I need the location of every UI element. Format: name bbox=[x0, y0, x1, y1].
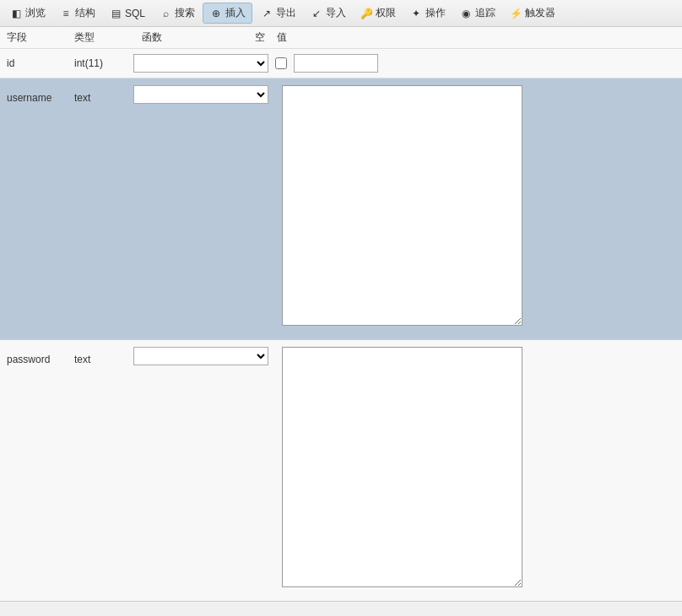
insert-icon: ⊕ bbox=[209, 7, 223, 20]
tab-operations[interactable]: ✦ 操作 bbox=[403, 3, 452, 23]
password-row-left: password text AES_DECRYPT AES_ENCRYPT BI… bbox=[0, 340, 275, 374]
main-content: id int(11) AES_DECRYPT AES_ENCRYPT BIN C… bbox=[0, 49, 682, 616]
password-field-type: text bbox=[74, 354, 133, 365]
column-headers: 字段 类型 函数 空 值 bbox=[0, 27, 682, 49]
username-value-textarea[interactable] bbox=[282, 85, 522, 326]
triggers-icon: ⚡ bbox=[509, 7, 522, 20]
username-field-type: text bbox=[74, 92, 133, 104]
username-field-name: username bbox=[7, 92, 74, 104]
import-icon: ↙ bbox=[310, 7, 323, 20]
export-icon: ↗ bbox=[260, 7, 273, 20]
username-row: username text AES_DECRYPT AES_ENCRYPT BI… bbox=[0, 78, 682, 340]
id-func-select[interactable]: AES_DECRYPT AES_ENCRYPT BIN CHAR COMPRES… bbox=[133, 54, 268, 73]
password-func-select[interactable]: AES_DECRYPT AES_ENCRYPT BIN CHAR COMPRES… bbox=[133, 347, 268, 365]
username-row-right bbox=[275, 78, 682, 332]
tab-trace[interactable]: ◉ 追踪 bbox=[453, 3, 501, 23]
operations-icon: ✦ bbox=[409, 7, 423, 20]
tab-import[interactable]: ↙ 导入 bbox=[304, 3, 352, 23]
toolbar: ◧ 浏览 ≡ 结构 ▤ SQL ⌕ 搜索 ⊕ 插入 ↗ 导出 ↙ 导入 🔑 权限… bbox=[0, 0, 682, 27]
col-header-func: 函数 bbox=[142, 30, 252, 45]
structure-icon: ≡ bbox=[59, 7, 73, 20]
tab-privileges[interactable]: 🔑 权限 bbox=[354, 3, 402, 23]
password-row-right bbox=[275, 340, 682, 594]
id-null-checkbox-area bbox=[268, 57, 294, 69]
tab-triggers[interactable]: ⚡ 触发器 bbox=[503, 3, 561, 23]
password-row: password text AES_DECRYPT AES_ENCRYPT BI… bbox=[0, 340, 682, 602]
tab-structure[interactable]: ≡ 结构 bbox=[53, 3, 101, 23]
tab-sql[interactable]: ▤ SQL bbox=[103, 4, 151, 23]
col-header-null: 空 bbox=[252, 30, 277, 45]
browse-icon: ◧ bbox=[9, 7, 23, 20]
col-header-value: 值 bbox=[277, 30, 446, 45]
tab-search[interactable]: ⌕ 搜索 bbox=[153, 3, 201, 23]
id-field-name: id bbox=[7, 57, 74, 69]
id-field-type: int(11) bbox=[74, 57, 133, 69]
tab-export[interactable]: ↗ 导出 bbox=[254, 3, 302, 23]
username-func-select[interactable]: AES_DECRYPT AES_ENCRYPT BIN CHAR COMPRES… bbox=[133, 85, 268, 104]
id-row: id int(11) AES_DECRYPT AES_ENCRYPT BIN C… bbox=[0, 49, 682, 78]
sql-icon: ▤ bbox=[109, 7, 122, 20]
password-value-textarea[interactable] bbox=[282, 347, 522, 587]
col-header-field: 字段 bbox=[7, 30, 74, 45]
privileges-icon: 🔑 bbox=[360, 7, 373, 20]
tab-insert[interactable]: ⊕ 插入 bbox=[203, 3, 252, 24]
search-icon: ⌕ bbox=[159, 7, 172, 20]
col-header-type: 类型 bbox=[74, 30, 142, 45]
username-row-left: username text AES_DECRYPT AES_ENCRYPT BI… bbox=[0, 78, 275, 112]
trace-icon: ◉ bbox=[459, 7, 473, 20]
id-value-input[interactable] bbox=[294, 54, 378, 73]
id-null-checkbox[interactable] bbox=[275, 57, 287, 69]
password-field-name: password bbox=[7, 354, 74, 365]
tab-browse[interactable]: ◧ 浏览 bbox=[3, 3, 51, 23]
